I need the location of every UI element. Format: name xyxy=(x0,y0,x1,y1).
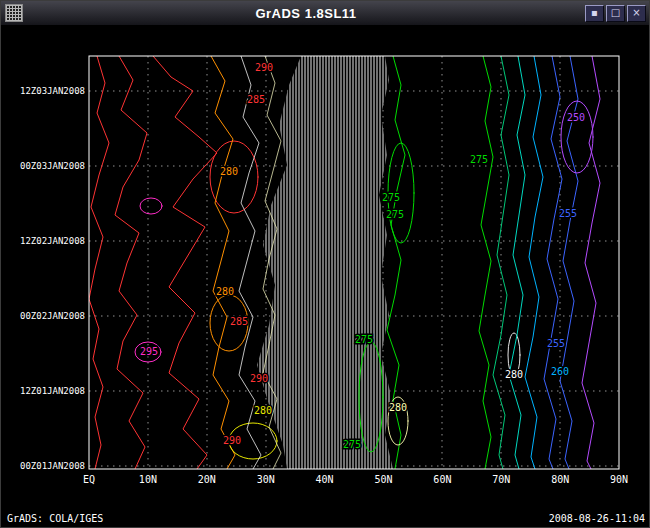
window-title: GrADS 1.8SL11 xyxy=(27,6,585,21)
x-tick-label: 40N xyxy=(316,474,334,485)
y-tick-label: 00Z03JAN2008 xyxy=(20,161,85,171)
status-left: GrADS: COLA/IGES xyxy=(7,513,103,524)
contour-label: 280 xyxy=(216,286,234,297)
contour-label: 255 xyxy=(559,208,577,219)
contour-label: 280 xyxy=(505,369,523,380)
y-tick-label: 00Z01JAN2008 xyxy=(20,461,85,471)
contour-plot: 2902852802802852952902802902752752752752… xyxy=(1,25,650,511)
plot-canvas[interactable]: 2902852802802852952902802902752752752752… xyxy=(1,25,650,511)
maximize-button[interactable]: □ xyxy=(606,5,625,22)
x-tick-label: 30N xyxy=(257,474,275,485)
contour-label: 280 xyxy=(220,166,238,177)
x-tick-label: 90N xyxy=(610,474,628,485)
y-tick-label: 12Z01JAN2008 xyxy=(20,386,85,396)
close-button[interactable]: × xyxy=(627,5,646,22)
contour-label: 275 xyxy=(355,334,373,345)
statusbar: GrADS: COLA/IGES 2008-08-26-11:04 xyxy=(1,509,650,527)
y-tick-label: 00Z02JAN2008 xyxy=(20,311,85,321)
contour-label: 275 xyxy=(343,439,361,450)
x-tick-label: 20N xyxy=(198,474,216,485)
x-tick-label: 60N xyxy=(433,474,451,485)
contour-label: 250 xyxy=(567,112,585,123)
contour-label: 290 xyxy=(250,373,268,384)
contour-label: 275 xyxy=(470,154,488,165)
window-controls: ▪ □ × xyxy=(585,5,646,22)
contour-label: 280 xyxy=(254,405,272,416)
grads-window: GrADS 1.8SL11 ▪ □ × xyxy=(0,0,650,528)
x-tick-label: 80N xyxy=(551,474,569,485)
contour-label: 280 xyxy=(389,402,407,413)
contour-label: 295 xyxy=(140,346,158,357)
contour-label: 290 xyxy=(255,62,273,73)
x-tick-label: 10N xyxy=(139,474,157,485)
x-tick-label: 50N xyxy=(374,474,392,485)
window-menu-icon[interactable] xyxy=(5,4,23,22)
iconify-button[interactable]: ▪ xyxy=(585,5,604,22)
contour-label: 285 xyxy=(230,316,248,327)
contour-label: 275 xyxy=(386,209,404,220)
contour-label: 275 xyxy=(382,192,400,203)
contour-label: 285 xyxy=(247,94,265,105)
titlebar[interactable]: GrADS 1.8SL11 ▪ □ × xyxy=(1,1,649,26)
contour-label: 290 xyxy=(223,435,241,446)
x-tick-label: 70N xyxy=(492,474,510,485)
x-tick-label: EQ xyxy=(83,474,95,485)
y-tick-label: 12Z02JAN2008 xyxy=(20,236,85,246)
contour-label: 260 xyxy=(551,366,569,377)
status-right: 2008-08-26-11:04 xyxy=(549,513,645,524)
contour-label: 255 xyxy=(547,338,565,349)
y-tick-label: 12Z03JAN2008 xyxy=(20,86,85,96)
